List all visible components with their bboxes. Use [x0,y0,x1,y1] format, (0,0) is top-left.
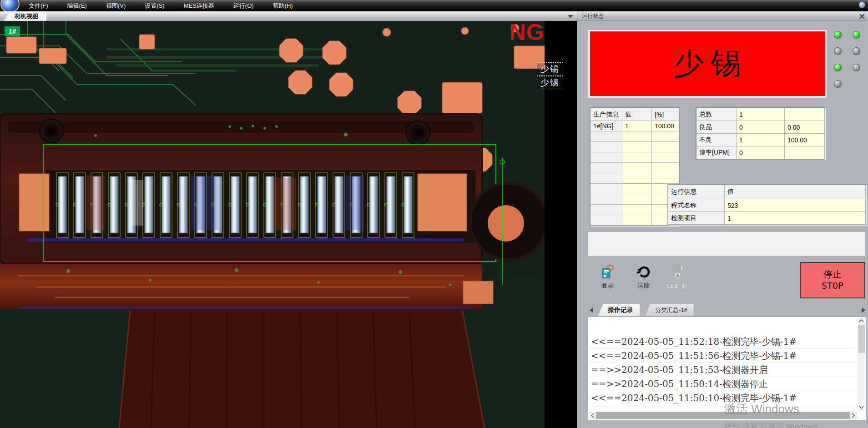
scrollbar-thumb[interactable] [596,412,850,419]
app-logo-icon [0,0,20,13]
menu-view[interactable]: 视图(V) [96,0,135,11]
led-indicator [834,80,842,88]
cell [652,173,679,184]
cell: 100.00 [785,134,825,146]
cell [590,184,622,194]
app-window: 文件(F) 编辑(E) 视图(V) 设置(S) MES连接器 运行(O) 帮助(… [0,0,868,428]
summary-table: 总数1 良品00.00 不良1100.00 速率[UPM]0 [696,108,825,160]
defect-tag: 少锡 [537,76,563,89]
system-tray-icon [859,2,865,8]
scroll-down-icon[interactable] [858,403,865,411]
inspection-result-text: NG [510,21,545,44]
led-indicator [853,31,860,39]
menu-settings[interactable]: 设置(S) [135,0,174,11]
id-badge-icon [601,264,615,279]
col-header: 生产信息 [590,108,622,121]
cell [622,184,652,194]
alarm-frame: 少锡 [588,29,827,98]
cell [785,108,825,121]
tab-operation-log[interactable]: 操作记录 [598,304,640,316]
close-icon[interactable] [859,13,865,20]
defect-tag: 少锡 [537,62,563,76]
cell [622,131,652,142]
vertical-scrollbar[interactable] [858,317,865,411]
lightbulb-icon [671,264,683,280]
cell [622,173,652,184]
cell [652,152,679,163]
tab-camera-view[interactable]: 相机视图 [4,11,46,21]
pcb-photo [0,21,577,428]
cell [590,205,622,215]
led-indicator [853,64,860,71]
col-header: 值 [622,108,652,121]
menu-mes-connector[interactable]: MES连接器 [174,0,224,11]
menu-edit[interactable]: 编辑(E) [58,0,96,11]
cell: 1 [622,121,652,131]
log-entry: <<==2024-05-05_11:52:18-检测完毕-少锡-1# [589,335,857,349]
led-indicator [853,47,860,55]
cell [622,215,652,226]
cell: 0.00 [785,121,825,134]
cell [590,173,622,184]
cell [785,146,825,159]
menu-file[interactable]: 文件(F) [19,0,58,11]
log-entry: <<==2024-05-05_11:50:10-检测完毕-少锡-1# [589,391,857,405]
alarm-message: 少锡 [666,43,748,84]
cell: 程式名称 [668,199,725,212]
cell [652,142,679,152]
cell [590,215,622,226]
cell: 1#[NG] [590,121,622,131]
cell: 不良 [696,134,737,146]
production-table: 生产信息 值 [%] 1#[NG]1100.00 [590,108,680,226]
cell [590,131,622,142]
cell [622,194,652,205]
cell: 1 [725,212,866,225]
led-indicator [834,47,842,55]
log-entry: ==>>2024-05-05_11:51:53-检测器开启 [589,363,857,377]
camera-image-area [0,21,577,428]
login-button[interactable]: 登录 [593,264,623,293]
tab-scroll-left-icon[interactable] [590,307,593,313]
stop-button[interactable]: 停止 STOP [800,262,865,298]
log-tabstrip: 操作记录 分类汇总-1# [588,304,866,316]
col-header: [%] [652,108,679,121]
cell [590,142,622,152]
clear-label: 清除 [637,282,650,290]
led-indicator [834,64,842,71]
tab-classification-summary[interactable]: 分类汇总-1# [645,304,694,316]
menu-run[interactable]: 运行(O) [224,0,263,11]
led-light-button[interactable]: LED 灯 [662,264,692,293]
menu-help[interactable]: 帮助(H) [263,0,303,11]
tab-scroll-right-icon[interactable] [862,307,865,313]
cell [590,194,622,205]
cell: 速率[UPM] [696,146,737,159]
scrollbar-thumb[interactable] [858,325,865,353]
cell [652,131,679,142]
cell [590,163,622,173]
log-entry: <<==2024-05-05_11:51:56-检测完毕-少锡-1# [589,349,857,363]
horizontal-scrollbar[interactable] [589,412,857,419]
clear-button[interactable]: 清除 [629,264,659,293]
scroll-up-icon[interactable] [858,317,865,325]
cell: 1 [737,134,785,146]
cell: 检测项目 [668,212,725,225]
camera-id-badge: 1# [5,26,20,36]
cell: 1 [737,108,785,121]
operation-log-list: <<==2024-05-05_11:52:18-检测完毕-少锡-1# <<==2… [588,316,866,420]
scroll-right-icon[interactable] [849,412,857,419]
cell: 523 [725,199,866,212]
led-indicator [834,31,842,39]
led-light-label: LED 灯 [667,282,688,290]
run-info-table: 运行信息 值 程式名称523 检测项目1 [668,184,866,225]
stop-label-en: STOP [822,280,843,292]
login-label: 登录 [601,282,614,290]
chevron-down-icon[interactable] [568,15,573,18]
cell: 0 [737,121,785,134]
cell: 良品 [696,121,737,134]
log-entry: ==>>2024-05-05_11:50:14-检测器停止 [589,377,857,391]
scroll-left-icon[interactable] [589,412,596,419]
cell: 100.00 [652,121,679,131]
message-box [588,231,865,256]
alarm-box: 少锡 [590,31,825,96]
cell: 0 [737,146,785,159]
